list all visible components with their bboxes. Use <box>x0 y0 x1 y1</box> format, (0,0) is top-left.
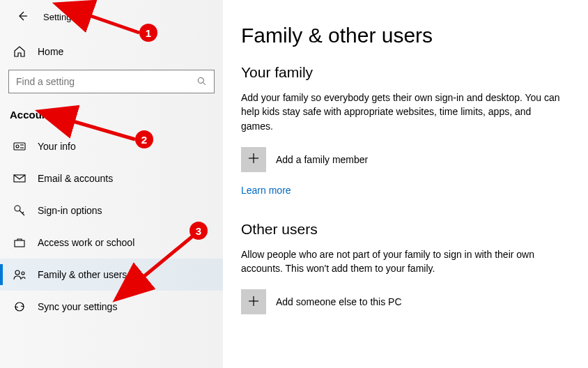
annotation-circle-1: 1 <box>139 24 157 42</box>
content-pane: Family & other users Your family Add you… <box>223 0 588 368</box>
add-family-label: Add a family member <box>276 154 368 165</box>
annotation-circle-3: 3 <box>189 222 208 240</box>
plus-icon <box>247 152 260 167</box>
learn-more-link[interactable]: Learn more <box>241 185 291 196</box>
other-users-heading: Other users <box>241 221 570 238</box>
plus-box <box>241 147 266 172</box>
annotation-arrow-3 <box>0 0 223 321</box>
family-description: Add your family so everybody gets their … <box>241 91 562 133</box>
add-other-user-button[interactable]: Add someone else to this PC <box>241 289 570 314</box>
add-family-member-button[interactable]: Add a family member <box>241 147 570 172</box>
plus-box <box>241 289 266 314</box>
add-other-label: Add someone else to this PC <box>276 296 402 307</box>
other-users-description: Allow people who are not part of your fa… <box>241 247 562 276</box>
family-heading: Your family <box>241 64 570 81</box>
plus-icon <box>247 295 260 309</box>
page-title: Family & other users <box>241 24 570 47</box>
annotation-circle-2: 2 <box>135 130 153 148</box>
svg-line-20 <box>139 234 195 280</box>
